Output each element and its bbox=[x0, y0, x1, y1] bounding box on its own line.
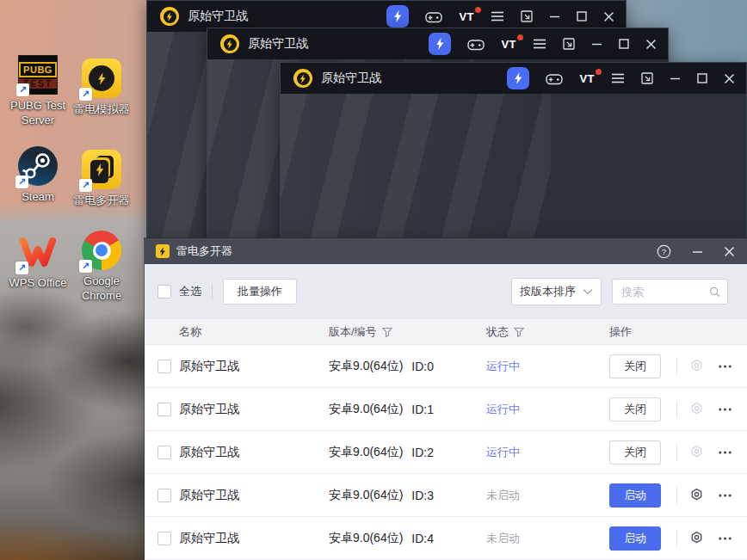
maximize-button[interactable] bbox=[619, 39, 629, 49]
shortcut-arrow-icon: ↗ bbox=[79, 260, 92, 273]
filter-icon[interactable] bbox=[382, 327, 392, 337]
maximize-button[interactable] bbox=[697, 73, 707, 83]
instance-os: 安卓9.0(64位) bbox=[329, 359, 403, 374]
instance-os: 安卓9.0(64位) bbox=[329, 531, 403, 546]
menu-icon[interactable] bbox=[611, 73, 625, 83]
more-options-icon[interactable] bbox=[718, 532, 732, 545]
desktop-icon-label: PUBG Test Server bbox=[6, 99, 70, 128]
stop-button[interactable]: 关闭 bbox=[609, 440, 661, 465]
instance-os: 安卓9.0(64位) bbox=[329, 402, 403, 417]
emulator-titlebar[interactable]: 原始守卫战 VT bbox=[281, 63, 746, 94]
desktop-icon-ldplayer[interactable]: ↗ 雷电模拟器 bbox=[70, 58, 133, 117]
desktop-icon-google-chrome[interactable]: ↗ Google Chrome bbox=[70, 231, 133, 304]
menu-icon[interactable] bbox=[491, 11, 504, 22]
instance-row: 原始守卫战 安卓9.0(64位)ID:1 运行中 关闭 bbox=[145, 388, 747, 431]
search-input[interactable] bbox=[620, 285, 709, 299]
manager-titlebar[interactable]: 雷电多开器 ? bbox=[145, 238, 747, 264]
action-divider bbox=[676, 487, 677, 504]
gamepad-icon[interactable] bbox=[467, 38, 485, 51]
filter-icon[interactable] bbox=[514, 327, 524, 337]
start-button[interactable]: 启动 bbox=[609, 483, 661, 508]
desktop-icon-steam[interactable]: ↗ Steam bbox=[6, 146, 70, 205]
more-options-icon[interactable] bbox=[718, 360, 732, 373]
close-button[interactable] bbox=[724, 73, 735, 84]
vt-icon[interactable]: VT bbox=[579, 72, 595, 85]
minimize-button[interactable] bbox=[692, 246, 703, 257]
instance-os: 安卓9.0(64位) bbox=[329, 488, 403, 503]
boost-icon[interactable] bbox=[429, 33, 451, 55]
vt-icon[interactable]: VT bbox=[501, 38, 516, 51]
ldplayer-logo-icon bbox=[160, 7, 179, 26]
sort-dropdown-value: 按版本排序 bbox=[520, 284, 583, 299]
more-options-icon[interactable] bbox=[718, 489, 732, 502]
settings-gear-icon[interactable] bbox=[689, 445, 704, 459]
emulator-window-3: 原始守卫战 VT bbox=[280, 62, 747, 242]
settings-gear-icon[interactable] bbox=[689, 359, 704, 373]
notification-dot bbox=[475, 7, 481, 13]
desktop-icon-pubg-test-server[interactable]: PUBG TEST ↗ PUBG Test Server bbox=[6, 55, 70, 128]
maximize-button[interactable] bbox=[577, 11, 587, 22]
steam-icon: ↗ bbox=[18, 146, 58, 186]
fullscreen-icon[interactable] bbox=[641, 72, 653, 84]
emulator-titlebar[interactable]: 原始守卫战 VT bbox=[207, 28, 668, 59]
ldplayer-logo-icon bbox=[293, 69, 312, 88]
stop-button[interactable]: 关闭 bbox=[609, 397, 661, 422]
status-badge: 运行中 bbox=[486, 445, 520, 460]
search-icon bbox=[709, 286, 720, 298]
row-checkbox[interactable] bbox=[157, 532, 171, 545]
shortcut-arrow-icon: ↗ bbox=[15, 175, 28, 188]
action-divider bbox=[676, 444, 677, 461]
status-badge: 运行中 bbox=[486, 359, 520, 374]
batch-action-button[interactable]: 批量操作 bbox=[223, 279, 297, 305]
close-button[interactable] bbox=[603, 11, 614, 22]
boost-icon[interactable] bbox=[507, 67, 529, 89]
row-checkbox[interactable] bbox=[157, 360, 171, 373]
chrome-icon: ↗ bbox=[82, 231, 121, 270]
shortcut-arrow-icon: ↗ bbox=[16, 83, 29, 96]
select-all-checkbox[interactable] bbox=[157, 285, 171, 298]
boost-icon[interactable] bbox=[386, 5, 409, 28]
vt-icon[interactable]: VT bbox=[459, 10, 474, 23]
manager-toolbar: 全选 批量操作 按版本排序 bbox=[145, 264, 747, 319]
instance-id: ID:2 bbox=[411, 446, 434, 459]
table-header: 名称 版本/编号 状态 操作 bbox=[145, 319, 747, 345]
close-button[interactable] bbox=[645, 39, 657, 50]
settings-gear-icon[interactable] bbox=[689, 531, 704, 545]
gamepad-icon[interactable] bbox=[425, 10, 442, 23]
shortcut-arrow-icon: ↗ bbox=[15, 262, 28, 274]
status-badge: 运行中 bbox=[486, 402, 520, 417]
desktop-icon-wps-office[interactable]: ↗ WPS Office bbox=[6, 232, 70, 291]
desktop-icon-ldmultiplayer[interactable]: ↗ 雷电多开器 bbox=[70, 150, 133, 208]
settings-gear-icon[interactable] bbox=[689, 402, 704, 416]
desktop-wallpaper: PUBG TEST ↗ PUBG Test Server ↗ 雷电模拟器 ↗ S… bbox=[0, 0, 747, 560]
action-divider bbox=[676, 358, 677, 375]
instance-row: 原始守卫战 安卓9.0(64位)ID:2 运行中 关闭 bbox=[145, 431, 747, 474]
start-button[interactable]: 启动 bbox=[609, 526, 661, 551]
header-action: 操作 bbox=[609, 324, 747, 340]
more-options-icon[interactable] bbox=[718, 403, 732, 416]
instance-name: 原始守卫战 bbox=[179, 445, 329, 460]
fullscreen-icon[interactable] bbox=[521, 10, 533, 22]
minimize-button[interactable] bbox=[549, 11, 560, 22]
row-checkbox[interactable] bbox=[157, 489, 171, 502]
settings-gear-icon[interactable] bbox=[689, 488, 704, 502]
instance-row: 原始守卫战 安卓9.0(64位)ID:4 未启动 启动 bbox=[145, 517, 747, 560]
row-checkbox[interactable] bbox=[157, 403, 171, 416]
more-options-icon[interactable] bbox=[718, 446, 732, 459]
fullscreen-icon[interactable] bbox=[563, 38, 575, 50]
close-button[interactable] bbox=[724, 246, 735, 257]
sort-dropdown[interactable]: 按版本排序 bbox=[511, 278, 602, 305]
gamepad-icon[interactable] bbox=[546, 72, 563, 85]
instance-row: 原始守卫战 安卓9.0(64位)ID:3 未启动 启动 bbox=[145, 474, 747, 517]
help-icon[interactable]: ? bbox=[657, 244, 671, 259]
minimize-button[interactable] bbox=[591, 39, 602, 50]
select-all-label: 全选 bbox=[179, 284, 201, 299]
minimize-button[interactable] bbox=[670, 73, 681, 84]
search-box[interactable] bbox=[612, 279, 728, 305]
menu-icon[interactable] bbox=[533, 39, 546, 49]
notification-dot bbox=[596, 69, 602, 75]
row-checkbox[interactable] bbox=[157, 446, 171, 459]
header-status: 状态 bbox=[486, 324, 509, 340]
header-version: 版本/编号 bbox=[329, 324, 377, 340]
stop-button[interactable]: 关闭 bbox=[609, 354, 661, 378]
